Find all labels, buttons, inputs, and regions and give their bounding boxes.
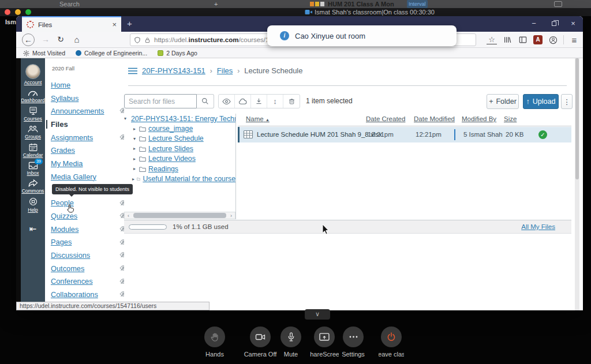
bookmark-college-of-engineering[interactable]: College of Engineerin... <box>76 50 147 57</box>
mute-button[interactable]: Mute <box>279 327 303 358</box>
sidebar-item-help[interactable]: Help <box>21 197 45 213</box>
browser-tab-files[interactable]: Files × <box>22 16 121 32</box>
collapse-global-nav-button[interactable]: ⇤ <box>21 224 45 234</box>
column-header-name[interactable]: Name ▲ <box>246 115 270 122</box>
home-button[interactable]: ⌂ <box>70 33 83 46</box>
course-nav-pages[interactable]: Pages <box>51 236 125 249</box>
scroll-right-icon[interactable]: › <box>227 213 235 219</box>
download-icon <box>255 97 263 105</box>
course-nav-quizzes[interactable]: Quizzes <box>51 209 125 223</box>
macos-close-button[interactable] <box>5 9 10 15</box>
sidebar-item-dashboard[interactable]: Dashboard <box>21 88 45 103</box>
tree-toggle-icon[interactable]: ▸ <box>132 166 137 171</box>
tree-toggle-icon[interactable]: ▸ <box>132 146 137 151</box>
search-button[interactable] <box>197 94 214 108</box>
window-restore-button[interactable] <box>545 16 563 32</box>
published-check-icon[interactable]: ✓ <box>538 130 547 139</box>
window-close-button[interactable]: × <box>564 16 582 32</box>
course-nav-media-gallery[interactable]: Media Gallery <box>51 170 125 183</box>
tree-toggle-icon[interactable]: ▾ <box>132 136 137 141</box>
leave-class-button[interactable]: Leave class <box>379 327 404 358</box>
menu-icon[interactable]: ≡ <box>569 35 579 45</box>
bookmark-2-days-ago[interactable]: 2 Days Ago <box>158 50 197 57</box>
sidebar-item-commons[interactable]: Commons <box>21 179 45 194</box>
macos-zoom-button[interactable] <box>25 9 31 15</box>
course-nav-my-media[interactable]: My Media <box>51 157 125 170</box>
course-nav-syllabus[interactable]: Syllabus <box>51 92 125 105</box>
tree-folder-readings[interactable]: ▸ Readings <box>124 164 235 174</box>
upload-button[interactable]: ↑ Upload <box>523 94 559 109</box>
more-options-button[interactable]: ⋮ <box>561 94 573 109</box>
breadcrumb-files[interactable]: Files <box>217 66 233 75</box>
tab-close-icon[interactable]: × <box>112 21 117 28</box>
sidebar-item-inbox[interactable]: 39 Inbox <box>21 161 45 176</box>
column-header-modified-by[interactable]: Modified By <box>462 115 496 122</box>
sidebar-item-courses[interactable]: Courses <box>21 106 45 122</box>
course-nav-people[interactable]: People <box>51 197 125 210</box>
scrollbar-thumb[interactable] <box>575 58 579 179</box>
back-button[interactable]: ← <box>22 33 35 46</box>
raise-hand-button[interactable]: Hands <box>197 327 232 358</box>
adobe-acrobat-icon[interactable]: A <box>533 35 543 44</box>
tree-toggle-icon[interactable]: ▸ <box>132 156 137 162</box>
tree-root[interactable]: ▾ 20F-PHYS143-151: Energy Technolog <box>124 114 235 123</box>
window-minimize-button[interactable]: − <box>525 16 543 32</box>
share-screen-button[interactable]: ShareScreen <box>310 327 339 358</box>
tree-folder-course-image[interactable]: ▸ course_image <box>124 123 235 133</box>
scrollbar-thumb[interactable] <box>133 213 226 218</box>
move-button[interactable]: ↕ <box>267 95 283 108</box>
tree-toggle-icon[interactable]: ▸ <box>132 177 134 182</box>
sidebar-item-groups[interactable]: Groups <box>21 125 45 140</box>
course-nav-home[interactable]: Home <box>51 78 125 92</box>
tree-toggle-icon[interactable]: ▾ <box>124 116 126 121</box>
scroll-left-icon[interactable]: ‹ <box>125 213 132 219</box>
course-nav-outcomes[interactable]: Outcomes <box>51 262 125 275</box>
tree-folder-lecture-schedule[interactable]: ▾ Lecture Schedule <box>124 134 235 144</box>
collapse-toolbar-button[interactable]: ∨ <box>305 309 330 320</box>
course-nav-modules[interactable]: Modules <box>51 223 125 236</box>
sidebar-item-calendar[interactable]: Calendar <box>21 142 45 158</box>
forward-button[interactable]: → <box>39 33 52 46</box>
table-row[interactable]: Lecture Schedule HUM 201 Shah 9_8.xlsx 1… <box>238 127 571 142</box>
library-icon[interactable] <box>502 35 513 45</box>
camera-button[interactable]: Camera Off <box>242 327 278 358</box>
account-icon[interactable] <box>548 35 558 45</box>
tree-folder-lecture-videos[interactable]: ▸ Lecture Videos <box>124 154 235 164</box>
course-nav-announcements[interactable]: Announcements <box>51 104 125 118</box>
course-nav-files[interactable]: Files <box>51 118 125 131</box>
publish-status-button[interactable] <box>235 95 251 108</box>
column-header-size[interactable]: Size <box>504 115 517 122</box>
file-name[interactable]: Lecture Schedule HUM 201 Shah 9_8.xlsx <box>257 131 382 138</box>
course-nav-conferences[interactable]: Conferences <box>51 275 125 288</box>
download-button[interactable] <box>251 95 267 108</box>
search-input[interactable] <box>124 94 197 108</box>
tree-horizontal-scrollbar[interactable]: ‹ › <box>124 212 235 219</box>
course-nav-collaborations[interactable]: Collaborations <box>51 288 125 301</box>
macos-minimize-button[interactable] <box>15 9 21 15</box>
bookmarks-menu-icon[interactable]: ☆ <box>487 36 497 44</box>
tree-folder-useful-material[interactable]: ▸ Useful Material for the course <box>124 174 235 183</box>
preview-button[interactable] <box>219 95 235 108</box>
column-header-date-modified[interactable]: Date Modified <box>414 115 455 122</box>
new-tab-button[interactable]: + <box>127 18 132 28</box>
settings-button[interactable]: Settings <box>337 327 369 358</box>
sidebar-icon[interactable] <box>518 35 528 45</box>
course-nav-discussions[interactable]: Discussions <box>51 249 125 262</box>
page-vertical-scrollbar[interactable] <box>575 58 579 310</box>
tree-folder-lecture-slides[interactable]: ▸ Lecture Slides <box>124 144 235 153</box>
bookmark-most-visited[interactable]: Most Visited <box>23 50 65 57</box>
content-left-edge <box>16 58 21 310</box>
hamburger-icon[interactable] <box>128 67 137 74</box>
breadcrumb-course[interactable]: 20F-PHYS143-151 <box>142 66 205 75</box>
tracking-shield-icon[interactable] <box>134 36 141 44</box>
reload-button[interactable]: ↻ <box>54 33 67 46</box>
column-header-date-created[interactable]: Date Created <box>366 115 405 122</box>
delete-button[interactable] <box>283 95 300 108</box>
course-nav-grades[interactable]: Grades <box>51 144 125 157</box>
all-my-files-link[interactable]: All My Files <box>521 223 555 230</box>
course-nav-assignments[interactable]: Assignments <box>51 131 125 144</box>
sidebar-item-account[interactable]: Account <box>21 64 45 85</box>
notification-toast[interactable]: i Cao Xinyue out room <box>267 25 457 46</box>
tree-toggle-icon[interactable]: ▸ <box>132 126 137 132</box>
add-folder-button[interactable]: + Folder <box>487 94 519 109</box>
